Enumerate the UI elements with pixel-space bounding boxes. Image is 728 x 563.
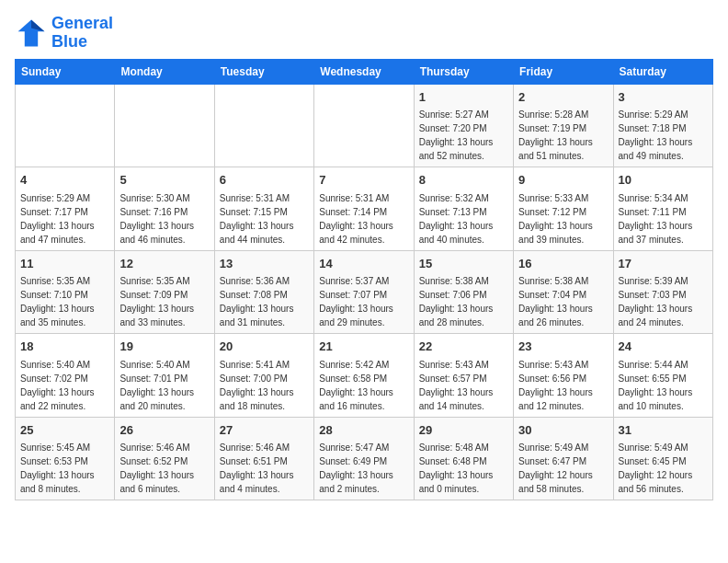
day-info: and 22 minutes. — [20, 399, 109, 413]
day-info: Daylight: 13 hours — [419, 135, 508, 149]
day-info: and 0 minutes. — [419, 482, 508, 496]
day-number: 15 — [419, 255, 508, 273]
day-cell: 23Sunrise: 5:43 AMSunset: 6:56 PMDayligh… — [514, 334, 613, 418]
day-info: Daylight: 13 hours — [419, 385, 508, 399]
day-number: 26 — [119, 421, 209, 440]
day-cell: 21Sunrise: 5:42 AMSunset: 6:58 PMDayligh… — [314, 334, 414, 418]
day-info: Sunset: 7:04 PM — [518, 288, 608, 302]
day-info: and 51 minutes. — [518, 149, 608, 163]
day-cell: 11Sunrise: 5:35 AMSunset: 7:10 PMDayligh… — [16, 250, 115, 334]
day-info: Sunrise: 5:46 AM — [119, 441, 209, 454]
day-info: Daylight: 13 hours — [220, 219, 309, 233]
weekday-tuesday: Tuesday — [214, 59, 313, 84]
day-info: Sunset: 6:55 PM — [619, 372, 708, 385]
weekday-friday: Friday — [514, 59, 613, 84]
logo: General Blue — [15, 15, 113, 52]
day-info: Sunset: 7:00 PM — [220, 372, 309, 385]
day-info: Sunset: 7:07 PM — [319, 288, 408, 302]
day-info: Daylight: 13 hours — [119, 302, 209, 316]
day-info: Daylight: 13 hours — [220, 385, 309, 399]
day-info: Sunrise: 5:29 AM — [20, 191, 109, 205]
logo-icon — [15, 17, 48, 50]
day-cell: 15Sunrise: 5:38 AMSunset: 7:06 PMDayligh… — [414, 250, 513, 334]
day-cell: 18Sunrise: 5:40 AMSunset: 7:02 PMDayligh… — [16, 334, 115, 418]
day-info: Sunset: 7:12 PM — [518, 205, 608, 219]
day-cell: 3Sunrise: 5:29 AMSunset: 7:18 PMDaylight… — [613, 84, 712, 167]
day-cell: 2Sunrise: 5:28 AMSunset: 7:19 PMDaylight… — [514, 84, 613, 167]
day-cell: 24Sunrise: 5:44 AMSunset: 6:55 PMDayligh… — [613, 334, 712, 418]
weekday-wednesday: Wednesday — [314, 59, 414, 84]
day-cell: 10Sunrise: 5:34 AMSunset: 7:11 PMDayligh… — [613, 167, 712, 251]
day-cell: 14Sunrise: 5:37 AMSunset: 7:07 PMDayligh… — [314, 250, 414, 334]
day-info: Daylight: 13 hours — [319, 468, 408, 482]
day-info: Sunset: 6:47 PM — [518, 454, 608, 468]
day-number: 24 — [619, 338, 708, 356]
day-info: Daylight: 13 hours — [419, 219, 508, 233]
day-info: Sunrise: 5:43 AM — [419, 358, 508, 372]
day-cell — [314, 84, 414, 167]
day-info: and 37 minutes. — [619, 233, 708, 247]
day-info: and 2 minutes. — [319, 482, 408, 496]
day-cell: 12Sunrise: 5:35 AMSunset: 7:09 PMDayligh… — [115, 250, 214, 334]
day-info: Sunset: 6:45 PM — [619, 454, 708, 468]
day-info: Sunrise: 5:31 AM — [319, 191, 408, 205]
day-info: and 28 minutes. — [419, 316, 508, 329]
day-number: 16 — [518, 255, 608, 273]
day-info: and 39 minutes. — [518, 233, 608, 247]
day-number: 27 — [220, 421, 309, 440]
day-cell: 16Sunrise: 5:38 AMSunset: 7:04 PMDayligh… — [514, 250, 613, 334]
day-cell — [214, 84, 313, 167]
day-number: 5 — [119, 171, 209, 190]
day-info: and 12 minutes. — [518, 399, 608, 413]
day-info: Daylight: 13 hours — [419, 468, 508, 482]
day-cell: 20Sunrise: 5:41 AMSunset: 7:00 PMDayligh… — [214, 334, 313, 418]
day-info: Daylight: 13 hours — [119, 385, 209, 399]
day-info: Sunset: 6:52 PM — [119, 454, 209, 468]
day-info: Daylight: 13 hours — [619, 135, 708, 149]
day-info: Sunset: 7:06 PM — [419, 288, 508, 302]
day-cell: 29Sunrise: 5:48 AMSunset: 6:48 PMDayligh… — [414, 417, 513, 500]
day-cell: 13Sunrise: 5:36 AMSunset: 7:08 PMDayligh… — [214, 250, 313, 334]
day-cell: 5Sunrise: 5:30 AMSunset: 7:16 PMDaylight… — [115, 167, 214, 251]
day-info: Daylight: 12 hours — [619, 468, 708, 482]
day-number: 14 — [319, 255, 408, 273]
day-number: 6 — [220, 171, 309, 190]
day-info: Sunrise: 5:46 AM — [220, 441, 309, 454]
day-info: Sunset: 7:20 PM — [419, 121, 508, 135]
day-info: Sunrise: 5:34 AM — [619, 191, 708, 205]
day-info: and 52 minutes. — [419, 149, 508, 163]
day-number: 13 — [220, 255, 309, 273]
day-info: Sunrise: 5:31 AM — [220, 191, 309, 205]
day-info: Daylight: 13 hours — [319, 302, 408, 316]
week-row-4: 18Sunrise: 5:40 AMSunset: 7:02 PMDayligh… — [16, 334, 713, 418]
day-info: Sunset: 7:03 PM — [619, 288, 708, 302]
day-number: 7 — [319, 171, 408, 190]
day-cell: 19Sunrise: 5:40 AMSunset: 7:01 PMDayligh… — [115, 334, 214, 418]
day-info: Daylight: 13 hours — [20, 385, 109, 399]
day-info: Sunrise: 5:49 AM — [619, 441, 708, 454]
day-info: Sunset: 7:16 PM — [119, 205, 209, 219]
day-info: and 10 minutes. — [619, 399, 708, 413]
weekday-thursday: Thursday — [414, 59, 513, 84]
day-info: Sunrise: 5:35 AM — [20, 274, 109, 288]
day-info: and 18 minutes. — [220, 399, 309, 413]
day-info: Daylight: 13 hours — [619, 219, 708, 233]
day-info: and 56 minutes. — [619, 482, 708, 496]
day-number: 20 — [220, 338, 309, 356]
day-info: Sunrise: 5:40 AM — [20, 358, 109, 372]
week-row-2: 4Sunrise: 5:29 AMSunset: 7:17 PMDaylight… — [16, 167, 713, 251]
day-info: and 4 minutes. — [220, 482, 309, 496]
day-number: 25 — [20, 421, 109, 440]
day-info: Daylight: 13 hours — [518, 302, 608, 316]
day-info: Sunrise: 5:45 AM — [20, 441, 109, 454]
day-info: Sunset: 6:48 PM — [419, 454, 508, 468]
day-info: and 42 minutes. — [319, 233, 408, 247]
day-info: Sunrise: 5:39 AM — [619, 274, 708, 288]
day-info: Sunset: 7:15 PM — [220, 205, 309, 219]
weekday-header-row: SundayMondayTuesdayWednesdayThursdayFrid… — [16, 59, 713, 84]
day-cell: 1Sunrise: 5:27 AMSunset: 7:20 PMDaylight… — [414, 84, 513, 167]
day-info: Sunrise: 5:44 AM — [619, 358, 708, 372]
day-info: Sunset: 7:11 PM — [619, 205, 708, 219]
day-info: and 47 minutes. — [20, 233, 109, 247]
day-cell: 30Sunrise: 5:49 AMSunset: 6:47 PMDayligh… — [514, 417, 613, 500]
